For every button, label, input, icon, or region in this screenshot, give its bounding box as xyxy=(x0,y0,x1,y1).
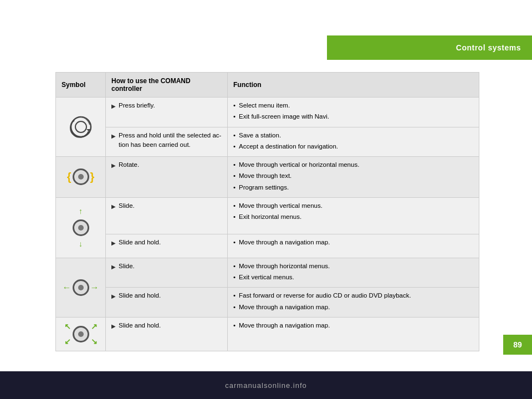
func-text: Save a station. xyxy=(239,131,281,140)
bullet-icon: • xyxy=(233,212,236,222)
func-text: Move through horizontal menus. xyxy=(239,262,330,271)
header-banner: Control systems xyxy=(327,35,532,60)
how-cell-sh2: ▶ Slide and hold. xyxy=(106,288,228,318)
table-row: ▶ Slide and hold. • Fast forward or reve… xyxy=(56,288,479,318)
symbol-cell-slide-d: ↖ ↗ ↙ ↘ xyxy=(56,317,106,351)
arrow-icon: ▶ xyxy=(111,202,116,211)
col-function: Function xyxy=(228,73,479,98)
knob-icon xyxy=(73,279,89,296)
bullet-icon: • xyxy=(233,131,236,140)
func-cell-rotate: • Move through vertical or horizontal me… xyxy=(228,157,479,198)
bullet-icon: • xyxy=(233,262,236,271)
ne-arrow-icon: ↗ xyxy=(91,321,98,332)
func-text: Program settings. xyxy=(239,183,289,192)
knob-icon xyxy=(73,219,89,236)
func-cell-sv1: • Move through vertical menus. • Exit ho… xyxy=(228,197,479,234)
func-text: Fast forward or reverse for audio CD or … xyxy=(239,291,411,300)
bullet-icon: • xyxy=(233,112,236,121)
symbol-cell-press xyxy=(56,98,106,157)
func-text: Exit horizontal menus. xyxy=(239,212,301,222)
table-row: ← → ▶ Slide. • Move xyxy=(56,258,479,288)
table-row: ↑ ↓ ▶ Slide. • Move xyxy=(56,197,479,234)
symbol-rotate: { } xyxy=(62,164,100,190)
symbol-slide-v: ↑ ↓ xyxy=(62,201,100,254)
func-text: Select menu item. xyxy=(239,101,290,110)
arrow-icon: ▶ xyxy=(111,322,116,330)
watermark-text: carmanualsonline.info xyxy=(225,381,306,390)
up-arrow-icon: ↑ xyxy=(79,206,83,217)
left-arrow-icon: ← xyxy=(63,281,71,294)
right-arrow-icon: → xyxy=(90,281,99,294)
how-cell-sv2: ▶ Slide and hold. xyxy=(106,234,228,258)
arrow-icon: ▶ xyxy=(111,132,116,140)
bracket-left-icon: { xyxy=(67,168,71,185)
table-row: { } ▶ Rotate. • Mov xyxy=(56,157,479,198)
table-row: ↖ ↗ ↙ ↘ ▶ Slide and hold. xyxy=(56,317,479,351)
knob-icon xyxy=(73,168,89,185)
nw-arrow-icon: ↖ xyxy=(64,321,71,332)
how-cell-sv1: ▶ Slide. xyxy=(106,197,228,234)
func-cell-sh1: • Move through horizontal menus. • Exit … xyxy=(228,258,479,288)
how-text: Press and hold until the selected ac­tio… xyxy=(119,131,222,150)
arrow-icon: ▶ xyxy=(111,102,116,110)
bullet-icon: • xyxy=(233,273,236,282)
func-cell-press1: • Select menu item. • Exit full-screen i… xyxy=(228,98,479,127)
col-how: How to use the COMAND controller xyxy=(106,73,228,98)
arrow-icon: ▶ xyxy=(111,239,116,247)
bracket-right-icon: } xyxy=(90,168,95,185)
bullet-icon: • xyxy=(233,303,236,312)
how-text: Rotate. xyxy=(119,160,139,170)
control-systems-table: Symbol How to use the COMAND controller … xyxy=(55,72,479,351)
how-text: Slide. xyxy=(119,201,135,211)
watermark: carmanualsonline.info xyxy=(0,371,532,399)
bullet-icon: • xyxy=(233,238,236,247)
func-text: Move through a navigation map. xyxy=(239,238,330,247)
func-text: Exit full-screen image with Navi. xyxy=(239,112,329,121)
func-text: Move through vertical menus. xyxy=(239,201,323,211)
knob-icon xyxy=(73,326,89,342)
bullet-icon: • xyxy=(233,291,236,300)
func-text: Move through vertical or horizontal menu… xyxy=(239,160,359,170)
symbol-press xyxy=(62,110,100,144)
arrow-icon: ▶ xyxy=(111,161,116,170)
how-cell-diag: ▶ Slide and hold. xyxy=(106,317,228,351)
how-cell-press1: ▶ Press briefly. xyxy=(106,98,228,127)
func-text: Move through text. xyxy=(239,171,291,181)
knob-inner-icon xyxy=(78,225,84,231)
func-cell-press2: • Save a station. • Accept a destination… xyxy=(228,127,479,157)
sw-arrow-icon: ↙ xyxy=(64,336,71,347)
func-cell-sh2: • Fast forward or reverse for audio CD o… xyxy=(228,288,479,318)
header-title: Control systems xyxy=(456,43,521,52)
bullet-icon: • xyxy=(233,201,236,211)
how-text: Slide and hold. xyxy=(119,291,161,300)
symbol-cell-slide-h: ← → xyxy=(56,258,106,317)
table-row: ▶ Slide and hold. • Move through a navig… xyxy=(56,234,479,258)
how-text: Slide. xyxy=(119,262,135,271)
how-text: Slide and hold. xyxy=(119,238,161,247)
how-cell-press2: ▶ Press and hold until the selected ac­t… xyxy=(106,127,228,157)
bullet-icon: • xyxy=(233,142,236,151)
symbol-slide-h: ← → xyxy=(62,275,100,300)
table-container: Symbol How to use the COMAND controller … xyxy=(55,72,479,316)
bullet-icon: • xyxy=(233,101,236,110)
col-symbol: Symbol xyxy=(56,73,106,98)
table-row: ▶ Press and hold until the selected ac­t… xyxy=(56,127,479,157)
how-text: Press briefly. xyxy=(119,101,155,110)
knob-inner-icon xyxy=(78,331,84,337)
bullet-icon: • xyxy=(233,160,236,170)
table-row: ▶ Press briefly. • Select menu item. • E… xyxy=(56,98,479,127)
func-cell-diag: • Move through a navigation map. xyxy=(228,317,479,351)
func-text: Move through a navigation map. xyxy=(239,303,330,312)
press-icon xyxy=(69,115,93,139)
page-number: 89 xyxy=(503,335,532,355)
knob-inner-icon xyxy=(78,285,84,290)
arrow-icon: ▶ xyxy=(111,292,116,300)
symbol-slide-d: ↖ ↗ ↙ ↘ xyxy=(64,321,98,347)
bullet-icon: • xyxy=(233,183,236,192)
how-text: Slide and hold. xyxy=(119,321,161,330)
symbol-cell-slide-v: ↑ ↓ xyxy=(56,197,106,258)
symbol-cell-rotate: { } xyxy=(56,157,106,198)
page-number-text: 89 xyxy=(513,340,522,349)
func-text: Exit vertical menus. xyxy=(239,273,294,282)
knob-inner-icon xyxy=(78,174,84,180)
